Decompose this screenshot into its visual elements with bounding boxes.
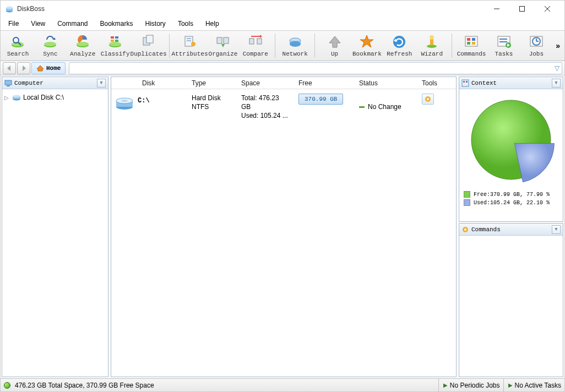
organize-button[interactable]: Organize	[208, 31, 238, 60]
nav-forward-button[interactable]	[17, 62, 30, 74]
close-button[interactable]	[535, 1, 560, 17]
svg-rect-48	[467, 42, 470, 45]
status-jobs[interactable]: ▶No Periodic Jobs	[438, 379, 500, 392]
search-icon	[10, 34, 25, 50]
home-button[interactable]: Home	[31, 62, 66, 74]
maximize-button[interactable]	[509, 1, 535, 17]
attributes-icon	[182, 34, 198, 50]
analyze-button[interactable]: Analyze	[68, 31, 98, 60]
col-disk[interactable]: Disk	[138, 79, 187, 87]
svg-point-72	[427, 98, 429, 100]
tree-item-label: Local Disk C:\	[23, 94, 64, 101]
commands-button[interactable]: Commands	[457, 31, 487, 60]
expand-icon[interactable]: ▷	[4, 95, 10, 101]
sync-button[interactable]: Sync	[35, 31, 66, 60]
svg-rect-23	[146, 35, 153, 43]
duplicates-button[interactable]: Duplicates	[133, 31, 165, 60]
bookmark-button[interactable]: Bookmark	[352, 31, 382, 60]
status-led-icon	[4, 382, 10, 389]
search-button[interactable]: Search	[3, 31, 33, 60]
svg-rect-46	[467, 38, 470, 41]
context-panel-title: Context	[471, 80, 497, 86]
svg-point-44	[430, 35, 434, 40]
menu-bookmarks[interactable]: Bookmarks	[95, 19, 139, 29]
drive-icon	[12, 94, 21, 101]
svg-marker-59	[7, 66, 10, 71]
refresh-button[interactable]: Refresh	[384, 31, 415, 60]
computer-icon	[4, 79, 12, 87]
svg-rect-63	[7, 85, 10, 86]
attributes-button[interactable]: Attributes	[174, 31, 206, 60]
statusbar: 476.23 GB Total Space, 370.99 GB Free Sp…	[1, 378, 564, 391]
svg-rect-47	[472, 38, 475, 41]
col-type[interactable]: Type	[187, 79, 237, 87]
context-body: Free:370.99 GB, 77.90 % Used:105.24 GB, …	[459, 89, 563, 214]
minimize-button[interactable]	[484, 1, 509, 17]
legend-swatch-used	[464, 199, 470, 206]
gear-icon	[424, 95, 432, 103]
jobs-icon	[529, 34, 544, 50]
toolbar-separator	[169, 34, 170, 58]
tasks-icon	[496, 34, 512, 50]
disk-label: C:\	[138, 94, 187, 120]
address-dropdown-icon[interactable]: ▽	[552, 64, 562, 72]
computer-panel: Computer ▼ ▷ Local Disk C:\	[2, 77, 108, 377]
menu-history[interactable]: History	[140, 19, 171, 29]
refresh-icon	[392, 34, 407, 50]
col-status[interactable]: Status	[355, 79, 417, 87]
compare-button[interactable]: Compare	[240, 31, 270, 60]
svg-point-12	[44, 42, 56, 46]
svg-point-70	[121, 100, 128, 102]
commands-panel-header: Commands ▼	[459, 224, 563, 236]
panel-dropdown-button[interactable]: ▼	[97, 79, 106, 88]
wizard-icon	[424, 34, 439, 50]
col-tools[interactable]: Tools	[417, 79, 453, 87]
svg-rect-49	[472, 42, 475, 45]
computer-tree: ▷ Local Disk C:\	[2, 89, 108, 106]
status-right: ▶No Periodic Jobs ▶No Active Tasks	[438, 379, 561, 392]
menu-help[interactable]: Help	[200, 19, 225, 29]
col-space[interactable]: Space	[237, 79, 294, 87]
address-bar[interactable]: ▽	[69, 62, 562, 74]
disk-row[interactable]: C:\ Hard Disk NTFS Total: 476.23 GB Used…	[111, 89, 456, 124]
svg-rect-20	[111, 40, 114, 42]
network-icon	[287, 34, 303, 50]
svg-rect-75	[466, 81, 468, 83]
navigation-bar: Home ▽	[1, 61, 564, 75]
jobs-button[interactable]: Jobs	[521, 31, 551, 60]
panel-dropdown-button[interactable]: ▼	[552, 79, 561, 88]
svg-rect-29	[224, 37, 229, 43]
menu-tools[interactable]: Tools	[172, 19, 199, 29]
svg-rect-18	[111, 36, 114, 39]
svg-marker-61	[37, 66, 44, 71]
col-free[interactable]: Free	[294, 79, 355, 87]
app-title: DiskBoss	[17, 5, 45, 13]
main-area: Computer ▼ ▷ Local Disk C:\ Disk Type Sp…	[1, 75, 564, 378]
commands-panel: Commands ▼	[459, 223, 563, 377]
menu-file[interactable]: File	[3, 19, 24, 29]
menu-command[interactable]: Command	[52, 19, 93, 29]
context-icon	[461, 79, 469, 87]
nav-back-button[interactable]	[3, 62, 16, 74]
status-tasks[interactable]: ▶No Active Tasks	[503, 379, 561, 392]
panel-dropdown-button[interactable]: ▼	[552, 225, 561, 234]
right-sidebar: Context ▼ Free:370.99 GB, 77.90 %	[459, 77, 563, 377]
legend-used: Used:105.24 GB, 22.10 %	[464, 199, 558, 206]
bookmark-icon	[359, 34, 374, 50]
disk-space: Total: 476.23 GB Used: 105.24 ...	[237, 94, 294, 120]
menu-view[interactable]: View	[25, 19, 51, 29]
arrow-right-icon	[20, 65, 27, 72]
svg-marker-39	[360, 35, 373, 47]
tree-item-local-disk-c[interactable]: ▷ Local Disk C:\	[4, 92, 106, 102]
disk-tools-button[interactable]	[422, 94, 434, 105]
tasks-button[interactable]: Tasks	[489, 31, 519, 60]
computer-panel-header: Computer ▼	[2, 77, 108, 89]
classify-button[interactable]: Classify	[100, 31, 131, 60]
toolbar-overflow[interactable]: »	[553, 41, 562, 50]
computer-panel-title: Computer	[14, 80, 44, 86]
context-panel: Context ▼ Free:370.99 GB, 77.90 %	[459, 77, 563, 222]
duplicates-icon	[141, 34, 156, 50]
wizard-button[interactable]: Wizard	[417, 31, 447, 60]
network-button[interactable]: Network	[280, 31, 310, 60]
up-button[interactable]: Up	[319, 31, 350, 60]
